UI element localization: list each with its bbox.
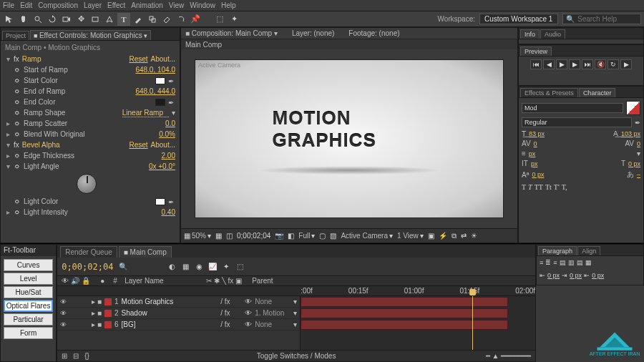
bevel-about[interactable]: About...	[151, 141, 175, 149]
ramp-end-color[interactable]	[155, 99, 165, 106]
workspace-dropdown[interactable]: Custom Workspace 1	[479, 14, 558, 24]
align-center-icon[interactable]: ≣	[545, 259, 551, 266]
indent-first[interactable]: 0 px	[570, 272, 582, 279]
menu-effect[interactable]: Effect	[107, 1, 125, 9]
first-frame-btn[interactable]: ⏮	[530, 59, 542, 69]
eyedropper-icon[interactable]: ✒	[635, 119, 640, 127]
search-input[interactable]	[577, 15, 635, 23]
parent-dd[interactable]: None	[255, 298, 291, 305]
justify-left-icon[interactable]: ▤	[560, 259, 566, 266]
menu-file[interactable]: File	[3, 1, 14, 9]
mute-btn[interactable]: 🔇	[595, 59, 606, 69]
ramp-end-ramp[interactable]: 648.0, 444.0	[135, 87, 175, 95]
font-size[interactable]: 83 px	[529, 130, 545, 137]
exposure-icon[interactable]: ☀	[471, 232, 477, 240]
current-timecode[interactable]: 0;00;02;04	[62, 262, 113, 272]
selection-tool[interactable]	[3, 13, 16, 26]
ramp-shape-dd[interactable]: Linear Ramp	[122, 109, 169, 117]
tab-composition[interactable]: Composition: Main Comp	[192, 29, 272, 37]
bevel-reset[interactable]: Reset	[129, 141, 147, 149]
menu-help[interactable]: Help	[221, 1, 236, 9]
ft-form[interactable]: Form	[4, 327, 53, 339]
pixel-aspect-icon[interactable]: ▣	[428, 232, 434, 240]
justify-center-icon[interactable]: ▥	[568, 259, 575, 266]
snapshot-icon[interactable]: 📷	[275, 232, 283, 240]
toolbar-extra-2[interactable]: ✦	[228, 13, 240, 26]
baseline[interactable]: 0 px	[532, 171, 544, 178]
bevel-angle[interactable]: 0x +0.0°	[149, 162, 175, 170]
bevel-light-color[interactable]	[155, 198, 165, 205]
eyedropper-icon[interactable]: ✒	[168, 99, 175, 106]
views-dd[interactable]: 1 View ▾	[397, 232, 424, 240]
footer-icon-2[interactable]: ⊟	[73, 352, 79, 360]
justify-all-icon[interactable]: ▦	[585, 259, 592, 266]
menu-edit[interactable]: Edit	[20, 1, 32, 9]
fx-ramp-header[interactable]: ▾fx Ramp Reset About...	[5, 54, 175, 64]
layer-bar-2[interactable]	[301, 308, 508, 318]
transparency-icon[interactable]: ▨	[330, 232, 336, 240]
eyedropper-icon[interactable]: ✒	[168, 198, 175, 205]
ft-level[interactable]: Level	[4, 273, 53, 285]
play-btn[interactable]: ▶	[556, 59, 567, 69]
bevel-intensity[interactable]: 0.40	[162, 208, 175, 216]
angle-dial[interactable]	[77, 174, 97, 194]
puppet-tool[interactable]: 📌	[189, 13, 202, 26]
tab-character[interactable]: Character	[579, 88, 616, 97]
camera-dd[interactable]: Active Camera ▾	[341, 232, 393, 240]
align-right-icon[interactable]: ≡	[553, 259, 557, 266]
search-help[interactable]: 🔍	[562, 14, 641, 24]
indent-left[interactable]: 0 px	[547, 272, 560, 279]
roto-tool[interactable]	[175, 13, 187, 26]
zoom-tool[interactable]	[31, 13, 44, 26]
menu-window[interactable]: Window	[190, 1, 215, 9]
tab-preview[interactable]: Preview	[520, 47, 552, 56]
next-frame-btn[interactable]: ▶	[569, 59, 580, 69]
timecode-display[interactable]: 0;00;02;04	[237, 232, 270, 240]
ft-particular[interactable]: Particular	[4, 313, 53, 326]
font-weight-dd[interactable]: Regular	[522, 117, 632, 127]
ramp-start-ramp[interactable]: 648.0, 104.0	[135, 66, 175, 74]
tab-render-queue[interactable]: Render Queue	[60, 246, 117, 258]
ramp-blend[interactable]: 0.0%	[159, 130, 175, 138]
resolution-dd[interactable]: Full ▾	[298, 232, 315, 240]
tab-audio[interactable]: Audio	[540, 29, 565, 39]
tab-main-comp-timeline[interactable]: ■ Main Comp	[119, 246, 172, 258]
frame-blend-icon[interactable]: ▦	[180, 261, 191, 273]
subscript[interactable]: T,	[562, 183, 567, 191]
fill-stroke-swatch[interactable]	[626, 101, 640, 115]
roi-icon[interactable]: ▢	[319, 232, 326, 240]
font-family-dd[interactable]: Mod	[522, 103, 623, 113]
rotate-tool[interactable]	[46, 13, 59, 26]
pen-tool[interactable]	[103, 13, 116, 26]
vscale[interactable]: px	[531, 160, 538, 167]
superscript[interactable]: T'	[554, 183, 560, 191]
layer-bar-1[interactable]	[301, 297, 508, 307]
viewer-stage[interactable]: Active Camera MOTION GRAPHICS	[195, 60, 503, 217]
ramp-start-color[interactable]	[155, 77, 165, 84]
text-tool[interactable]: T	[117, 13, 130, 26]
visibility-icon[interactable]: 👁	[60, 298, 69, 305]
fast-preview-icon[interactable]: ⚡	[439, 232, 447, 240]
justify-right-icon[interactable]: ▤	[577, 259, 583, 266]
camera-tool[interactable]	[60, 13, 73, 26]
clone-tool[interactable]	[146, 13, 159, 26]
visibility-icon[interactable]: 👁	[60, 321, 69, 328]
tracking[interactable]: 0	[637, 140, 640, 147]
footer-icon-3[interactable]: {}	[84, 352, 89, 360]
track-area[interactable]	[301, 296, 535, 350]
last-frame-btn[interactable]: ⏭	[582, 59, 593, 69]
ramp-about[interactable]: About...	[151, 55, 175, 63]
shy-icon[interactable]: ◐	[166, 261, 177, 273]
faux-italic[interactable]: T	[528, 183, 532, 191]
ramp-reset[interactable]: Reset	[129, 55, 147, 63]
menu-composition[interactable]: Composition	[38, 1, 78, 9]
tab-effect-controls[interactable]: ■ Effect Controls: Motion Graphics ▾	[30, 30, 151, 40]
mask-icon[interactable]: ◫	[226, 232, 233, 240]
small-caps[interactable]: Tt	[545, 183, 552, 191]
brush-tool[interactable]	[132, 13, 145, 26]
toggle-switches-modes[interactable]: Toggle Switches / Modes	[257, 352, 336, 360]
layer-row-3[interactable]: 👁 ▸ ■ 6 [BG] / fx 👁 None▾	[57, 319, 300, 331]
prev-frame-btn[interactable]: ◀	[543, 59, 555, 69]
brainstorm-icon[interactable]: ✦	[220, 261, 232, 273]
ramp-scatter[interactable]: 0.0	[165, 119, 175, 127]
